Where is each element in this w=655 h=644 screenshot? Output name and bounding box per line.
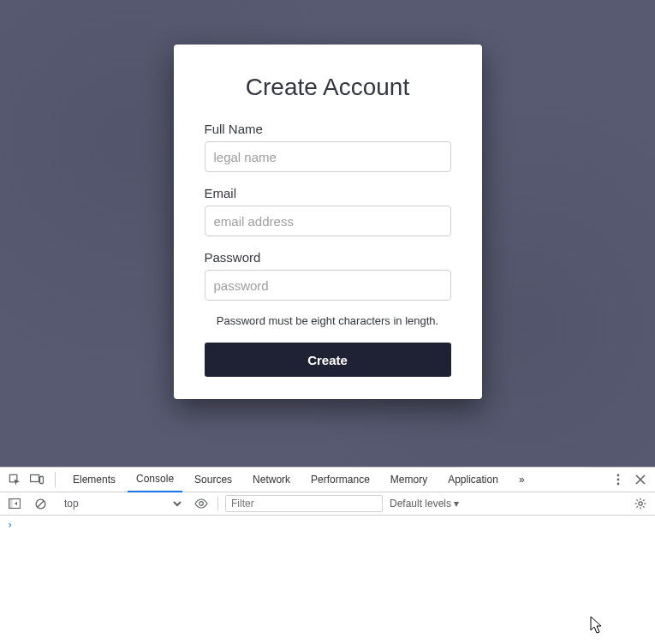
create-button[interactable]: Create — [205, 343, 451, 377]
live-expression-icon[interactable] — [192, 494, 211, 513]
svg-point-5 — [617, 483, 620, 486]
svg-rect-7 — [9, 499, 13, 509]
tab-performance[interactable]: Performance — [302, 468, 378, 492]
console-toolbar: top Default levels ▾ — [0, 492, 655, 516]
svg-point-3 — [617, 474, 620, 477]
divider — [55, 472, 56, 487]
password-input[interactable] — [205, 270, 451, 301]
inspect-element-icon[interactable] — [5, 470, 24, 489]
console-output[interactable]: › — [0, 516, 655, 644]
tab-elements[interactable]: Elements — [64, 468, 124, 492]
svg-line-16 — [637, 500, 638, 501]
fullname-input[interactable] — [205, 141, 451, 172]
password-label: Password — [205, 250, 451, 265]
email-label: Email — [205, 186, 451, 200]
svg-point-11 — [639, 502, 642, 505]
page-background: Create Account Full Name Email Password … — [0, 0, 655, 467]
password-hint: Password must be eight characters in len… — [205, 314, 451, 327]
tab-network[interactable]: Network — [244, 468, 299, 492]
email-input[interactable] — [205, 206, 451, 236]
tab-more[interactable]: » — [510, 468, 533, 492]
svg-line-19 — [637, 506, 638, 507]
fullname-field: Full Name — [205, 122, 451, 172]
svg-line-17 — [643, 506, 644, 507]
console-sidebar-toggle-icon[interactable] — [5, 494, 24, 513]
email-field: Email — [205, 186, 451, 236]
log-levels-dropdown[interactable]: Default levels ▾ — [390, 498, 459, 510]
divider — [217, 497, 218, 510]
close-icon[interactable] — [631, 470, 650, 489]
card-title: Create Account — [205, 74, 451, 101]
tab-memory[interactable]: Memory — [382, 468, 436, 492]
kebab-menu-icon[interactable] — [609, 470, 628, 489]
tab-application[interactable]: Application — [439, 468, 507, 492]
filter-input[interactable] — [225, 495, 383, 512]
tab-console[interactable]: Console — [128, 467, 182, 492]
console-settings-icon[interactable] — [631, 494, 650, 513]
password-field: Password — [205, 250, 451, 301]
svg-line-9 — [37, 500, 44, 507]
svg-rect-1 — [31, 475, 39, 482]
svg-line-18 — [643, 500, 644, 501]
devtools-panel: Elements Console Sources Network Perform… — [0, 467, 655, 644]
svg-point-4 — [617, 479, 620, 481]
clear-console-icon[interactable] — [31, 494, 50, 513]
devtools-tab-bar: Elements Console Sources Network Perform… — [0, 468, 655, 492]
device-toolbar-icon[interactable] — [27, 470, 46, 489]
create-account-card: Create Account Full Name Email Password … — [174, 45, 482, 399]
svg-point-10 — [199, 502, 204, 506]
fullname-label: Full Name — [205, 122, 451, 136]
svg-rect-2 — [40, 477, 44, 484]
tab-sources[interactable]: Sources — [186, 468, 241, 492]
console-prompt: › — [7, 519, 13, 531]
context-selector[interactable]: top — [57, 495, 185, 512]
